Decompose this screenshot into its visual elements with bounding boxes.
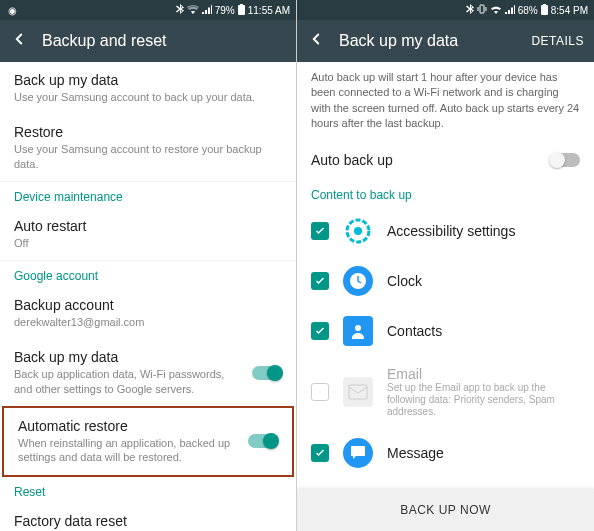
checkbox-icon[interactable]	[311, 272, 329, 290]
checkbox-icon[interactable]	[311, 222, 329, 240]
svg-rect-1	[240, 4, 243, 6]
restore[interactable]: Restore Use your Samsung account to rest…	[0, 114, 296, 181]
svg-point-8	[355, 325, 361, 331]
bluetooth-icon	[176, 4, 184, 16]
checkbox-icon[interactable]	[311, 444, 329, 462]
toggle-switch[interactable]	[248, 434, 278, 448]
details-button[interactable]: DETAILS	[531, 34, 584, 48]
content-accessibility[interactable]: Accessibility settings	[297, 206, 594, 256]
back-icon[interactable]	[307, 30, 325, 52]
backup-account[interactable]: Backup account derekwalter13@gmail.com	[0, 287, 296, 339]
item-title: Back up my data	[14, 349, 242, 365]
back-icon[interactable]	[10, 30, 28, 52]
status-bar: 68% 8:54 PM	[297, 0, 594, 20]
phone-right: 68% 8:54 PM Back up my data DETAILS Auto…	[297, 0, 594, 531]
backup-content[interactable]: Auto back up will start 1 hour after you…	[297, 62, 594, 489]
wifi-icon	[490, 5, 502, 16]
item-title: Restore	[14, 124, 282, 140]
vibrate-icon	[477, 4, 487, 16]
content-message[interactable]: Message	[297, 428, 594, 478]
contacts-icon	[343, 316, 373, 346]
item-sub: Off	[14, 236, 282, 250]
battery-percent: 79%	[215, 5, 235, 16]
item-title: Message	[387, 445, 580, 461]
item-title: Back up my data	[14, 72, 282, 88]
item-title: Factory data reset	[14, 513, 282, 529]
accessibility-icon	[343, 216, 373, 246]
section-device-maintenance: Device maintenance	[0, 182, 296, 208]
header: Back up my data DETAILS	[297, 20, 594, 62]
item-sub: Use your Samsung account to restore your…	[14, 142, 282, 171]
item-title: Clock	[387, 273, 580, 289]
item-title: Automatic restore	[18, 418, 238, 434]
auto-restart[interactable]: Auto restart Off	[0, 208, 296, 260]
automatic-restore[interactable]: Automatic restore When reinstalling an a…	[4, 408, 292, 475]
email-icon	[343, 377, 373, 407]
svg-rect-4	[543, 4, 546, 6]
item-title: Email	[387, 366, 580, 382]
backup-google[interactable]: Back up my data Back up application data…	[0, 339, 296, 406]
toggle-label: Auto back up	[311, 152, 393, 168]
content-clock[interactable]: Clock	[297, 256, 594, 306]
status-bar: ◉ 79% 11:55 AM	[0, 0, 296, 20]
backup-samsung[interactable]: Back up my data Use your Samsung account…	[0, 62, 296, 114]
checkbox-icon[interactable]	[311, 322, 329, 340]
clock: 8:54 PM	[551, 5, 588, 16]
phone-left: ◉ 79% 11:55 AM Backup and reset Back up …	[0, 0, 297, 531]
section-reset: Reset	[0, 477, 296, 503]
auto-backup-toggle[interactable]: Auto back up	[297, 140, 594, 180]
clock-icon	[343, 266, 373, 296]
svg-rect-9	[349, 385, 367, 399]
factory-reset[interactable]: Factory data reset	[0, 503, 296, 531]
svg-rect-3	[541, 5, 548, 15]
section-google-account: Google account	[0, 261, 296, 287]
checkbox-icon[interactable]	[311, 383, 329, 401]
battery-icon	[238, 4, 245, 17]
item-title: Contacts	[387, 323, 580, 339]
header-title: Backup and reset	[42, 32, 286, 50]
message-icon	[343, 438, 373, 468]
content-phone[interactable]: Phone	[297, 478, 594, 489]
section-content-backup: Content to back up	[297, 180, 594, 206]
item-sub: Set up the Email app to back up the foll…	[387, 382, 580, 418]
settings-list[interactable]: Back up my data Use your Samsung account…	[0, 62, 296, 531]
info-text: Auto back up will start 1 hour after you…	[297, 62, 594, 140]
wifi-icon	[187, 5, 199, 16]
item-title: Backup account	[14, 297, 282, 313]
content-email[interactable]: Email Set up the Email app to back up th…	[297, 356, 594, 428]
bluetooth-icon	[466, 4, 474, 16]
item-sub: When reinstalling an application, backed…	[18, 436, 238, 465]
clock: 11:55 AM	[248, 5, 290, 16]
signal-icon	[505, 5, 515, 16]
content-contacts[interactable]: Contacts	[297, 306, 594, 356]
item-title: Auto restart	[14, 218, 282, 234]
backup-now-button[interactable]: BACK UP NOW	[297, 489, 594, 531]
toggle-switch[interactable]	[252, 366, 282, 380]
svg-point-6	[354, 227, 362, 235]
signal-icon	[202, 5, 212, 16]
svg-rect-0	[238, 5, 245, 15]
item-sub: Back up application data, Wi-Fi password…	[14, 367, 242, 396]
header: Backup and reset	[0, 20, 296, 62]
header-title: Back up my data	[339, 32, 517, 50]
item-title: Accessibility settings	[387, 223, 580, 239]
svg-rect-2	[480, 5, 484, 13]
item-sub: Use your Samsung account to back up your…	[14, 90, 282, 104]
item-sub: derekwalter13@gmail.com	[14, 315, 282, 329]
location-icon: ◉	[8, 5, 17, 16]
battery-percent: 68%	[518, 5, 538, 16]
battery-icon	[541, 4, 548, 17]
toggle-switch[interactable]	[550, 153, 580, 167]
